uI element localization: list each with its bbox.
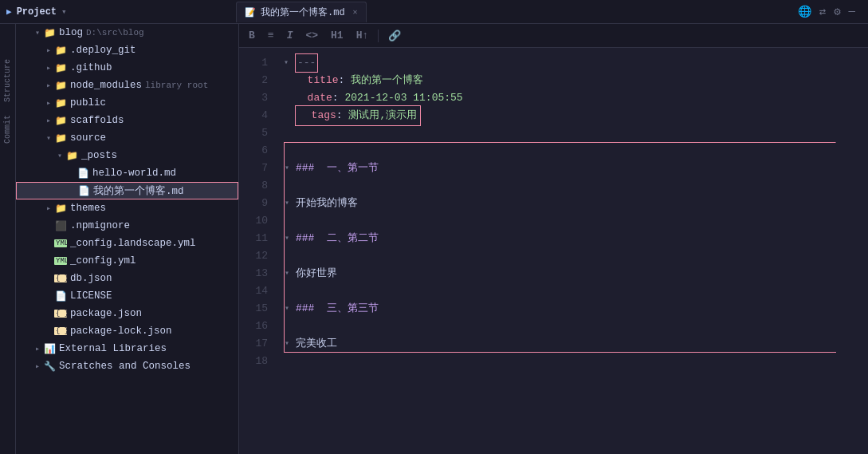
fold-arrow-9[interactable]: ▾ (285, 195, 296, 212)
sidebar-item-github[interactable]: 📁 .github (16, 59, 238, 77)
sidebar-item-themes[interactable]: 📁 themes (16, 199, 238, 217)
license-icon: 📄 (54, 290, 67, 302)
label-db-json: db.json (70, 273, 112, 284)
fold-space-2 (284, 72, 295, 89)
label-config-yml: _config.yml (70, 255, 136, 266)
label-themes: themes (70, 203, 106, 214)
label-node-modules: node_modules (70, 80, 142, 91)
arrow-external-libs (32, 344, 43, 353)
tab-file-icon: 📝 (245, 7, 256, 18)
folder-icon-public: 📁 (54, 97, 67, 109)
sidebar-item-hello-world[interactable]: 📄 hello-world.md (16, 164, 238, 182)
sidebar-item-source[interactable]: 📁 source (16, 129, 238, 147)
label-myblog: 我的第一个博客.md (93, 184, 184, 198)
settings-icon[interactable]: ⚙ (834, 5, 840, 18)
minimize-icon[interactable]: — (849, 5, 855, 18)
label-scaffolds: scaffolds (70, 115, 124, 126)
fold-space-14 (285, 282, 296, 300)
link-button[interactable]: 🔗 (385, 28, 404, 44)
line-numbers: 1 2 3 4 5 6 7 8 9 10 11 12 13 14 15 16 1… (239, 48, 277, 454)
fold-arrow-11[interactable]: ▾ (285, 230, 296, 247)
heading-up-button[interactable]: H↑ (353, 28, 372, 43)
sidebar-item-config-yml[interactable]: YML _config.yml (16, 252, 238, 270)
json-icon-db: { } (54, 274, 67, 282)
list-button[interactable]: ≡ (265, 28, 277, 43)
label-config-landscape: _config.landscape.yml (70, 238, 196, 249)
fold-arrow-7[interactable]: ▾ (285, 160, 296, 177)
sidebar-item-myblog[interactable]: 📄 我的第一个博客.md (16, 182, 238, 199)
italic-button[interactable]: I (284, 28, 297, 43)
arrow-source (43, 133, 54, 143)
sidebar-item-db-json[interactable]: { } db.json (16, 270, 238, 287)
arrow-github (43, 63, 54, 73)
label-npmignore: .npmignore (70, 220, 130, 231)
code-line-9: ▾开始我的博客 (284, 195, 836, 212)
arrow-posts (54, 151, 65, 160)
tab-label: 我的第一个博客.md (261, 6, 345, 19)
sidebar-item-license[interactable]: 📄 LICENSE (16, 287, 238, 305)
label-posts: _posts (81, 150, 117, 161)
code-line-11: ▾### 二、第二节 (284, 230, 836, 247)
sidebar-item-scratches[interactable]: 🔧 Scratches and Consoles (16, 357, 238, 375)
code-area[interactable]: ▾--- title: 我的第一个博客 date: 2021-12-03 11:… (277, 48, 868, 454)
sidebar-item-npmignore[interactable]: ⬛ .npmignore (16, 217, 238, 235)
file-tree: 📁 blog D:\src\blog 📁 .deploy_git 📁 .gith… (16, 24, 239, 454)
fold-arrow-15[interactable]: ▾ (285, 300, 296, 318)
label-blog: blog (59, 27, 83, 38)
transfer-icon[interactable]: ⇄ (819, 5, 826, 18)
sidebar-item-scaffolds[interactable]: 📁 scaffolds (16, 112, 238, 129)
toolbar-divider (378, 30, 379, 42)
code-button[interactable]: <> (302, 28, 321, 43)
code-line-7: ▾### 一、第一节 (284, 160, 836, 177)
fold-arrow-13[interactable]: ▾ (285, 265, 296, 282)
sidebar-item-node-modules[interactable]: 📁 node_modules library root (16, 77, 238, 94)
globe-icon[interactable]: 🌐 (798, 5, 811, 18)
fold-space-16 (285, 318, 296, 335)
code-line-13: ▾你好世界 (284, 265, 836, 282)
yml-icon-config: YML (54, 257, 67, 265)
sidebar-item-config-landscape[interactable]: YML _config.landscape.yml (16, 235, 238, 252)
code-line-14 (284, 282, 836, 300)
arrow-scratches (32, 361, 43, 371)
left-strip: Structure Commit (0, 24, 16, 454)
sidebar-item-blog[interactable]: 📁 blog D:\src\blog (16, 24, 238, 41)
folder-icon-blog: 📁 (43, 27, 56, 39)
json-icon-package-lock: { } (54, 327, 67, 335)
label-hello-world: hello-world.md (92, 168, 176, 179)
commit-label[interactable]: Commit (3, 112, 12, 147)
project-title: Project (17, 6, 57, 18)
sidebar-item-public[interactable]: 📁 public (16, 94, 238, 112)
sidebar-item-deploy-git[interactable]: 📁 .deploy_git (16, 41, 238, 59)
label-package-json: package.json (70, 308, 142, 319)
editor-tab-myblog[interactable]: 📝 我的第一个博客.md ✕ (236, 2, 367, 22)
fold-arrow-17[interactable]: ▾ (285, 335, 296, 353)
fold-space-8 (285, 177, 296, 195)
code-line-18 (284, 353, 868, 370)
editor-content[interactable]: 1 2 3 4 5 6 7 8 9 10 11 12 13 14 15 16 1… (239, 48, 868, 454)
fold-space-6 (285, 143, 296, 160)
sidebar-item-package-json[interactable]: { } package.json (16, 305, 238, 322)
label-public: public (70, 97, 106, 109)
bold-button[interactable]: B (245, 28, 258, 43)
project-header: ▶ Project ▾ (6, 6, 230, 18)
arrow-themes (43, 203, 54, 213)
structure-label[interactable]: Structure (3, 56, 12, 105)
sidebar-item-package-lock[interactable]: { } package-lock.json (16, 322, 238, 340)
fold-space-4 (284, 107, 295, 124)
path-blog: D:\src\blog (86, 28, 144, 38)
fold-arrow-1[interactable]: ▾ (284, 54, 295, 72)
fold-space-3 (284, 89, 295, 107)
code-line-6 (284, 142, 836, 160)
code-line-5 (284, 124, 868, 142)
code-line-10 (284, 212, 836, 230)
project-dropdown-icon[interactable]: ▾ (61, 6, 67, 17)
sidebar-item-posts[interactable]: 📁 _posts (16, 147, 238, 164)
code-line-17: ▾完美收工 (284, 335, 836, 353)
tab-bar: 📝 我的第一个博客.md ✕ (230, 2, 798, 22)
h1-button[interactable]: H1 (328, 28, 347, 43)
code-line-4: tags: 测试用,演示用 (284, 107, 868, 124)
label-scratches: Scratches and Consoles (59, 361, 190, 372)
arrow-node-modules (43, 81, 54, 90)
sidebar-item-external-libs[interactable]: 📊 External Libraries (16, 340, 238, 357)
tab-close-icon[interactable]: ✕ (353, 7, 358, 17)
